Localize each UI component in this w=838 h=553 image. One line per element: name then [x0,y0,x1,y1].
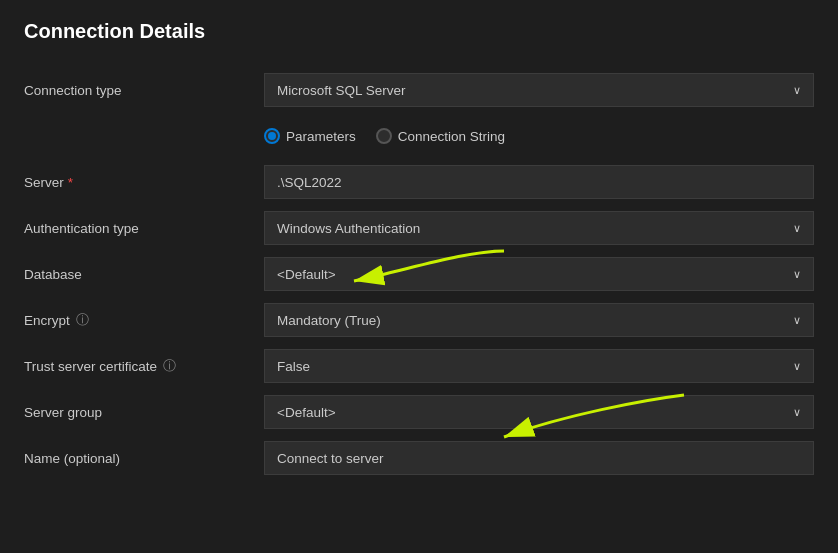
trust-cert-info-icon[interactable]: ⓘ [163,357,176,375]
server-required-star: * [68,175,73,190]
name-optional-control [264,435,814,481]
server-input[interactable] [264,165,814,199]
page-title: Connection Details [24,20,814,43]
connection-type-select[interactable]: Microsoft SQL Server ∨ [264,73,814,107]
server-control [264,159,814,205]
server-group-value: <Default> [277,405,785,420]
name-optional-input[interactable] [264,441,814,475]
authentication-type-chevron-icon: ∨ [793,222,801,235]
name-optional-label: Name (optional) [24,435,264,481]
trust-server-cert-control: False ∨ [264,343,814,389]
radio-label-spacer [24,113,264,159]
radio-parameters-indicator [264,128,280,144]
encrypt-value: Mandatory (True) [277,313,785,328]
connection-type-chevron-icon: ∨ [793,84,801,97]
trust-server-cert-select[interactable]: False ∨ [264,349,814,383]
radio-group: Parameters Connection String [264,113,814,159]
page-container: Connection Details Connection type Micro… [24,20,814,481]
connection-type-control: Microsoft SQL Server ∨ [264,67,814,113]
authentication-type-control: Windows Authentication ∨ [264,205,814,251]
database-chevron-icon: ∨ [793,268,801,281]
form-grid: Connection type Microsoft SQL Server ∨ P… [24,67,814,481]
radio-connection-string-indicator [376,128,392,144]
database-label: Database [24,251,264,297]
encrypt-info-icon[interactable]: ⓘ [76,311,89,329]
database-control: <Default> ∨ [264,251,814,297]
encrypt-label: Encrypt ⓘ [24,297,264,343]
radio-parameters-dot [268,132,276,140]
authentication-type-value: Windows Authentication [277,221,785,236]
trust-server-cert-label: Trust server certificate ⓘ [24,343,264,389]
server-label: Server * [24,159,264,205]
radio-parameters[interactable]: Parameters [264,128,356,144]
radio-connection-string[interactable]: Connection String [376,128,505,144]
authentication-type-label: Authentication type [24,205,264,251]
authentication-type-select[interactable]: Windows Authentication ∨ [264,211,814,245]
connection-type-value: Microsoft SQL Server [277,83,785,98]
database-select[interactable]: <Default> ∨ [264,257,814,291]
encrypt-chevron-icon: ∨ [793,314,801,327]
connection-type-label: Connection type [24,67,264,113]
server-group-label: Server group [24,389,264,435]
encrypt-select[interactable]: Mandatory (True) ∨ [264,303,814,337]
server-group-select[interactable]: <Default> ∨ [264,395,814,429]
database-value: <Default> [277,267,785,282]
encrypt-control: Mandatory (True) ∨ [264,297,814,343]
server-group-chevron-icon: ∨ [793,406,801,419]
trust-server-cert-value: False [277,359,785,374]
trust-cert-chevron-icon: ∨ [793,360,801,373]
server-group-control: <Default> ∨ [264,389,814,435]
